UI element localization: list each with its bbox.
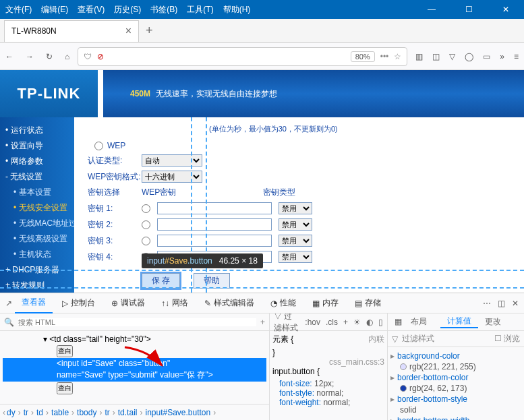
inspect-tooltip: input#Save.button 46.25 × 18 xyxy=(142,253,263,268)
sidebar-item[interactable]: • 无线MAC地址过滤 xyxy=(0,216,74,231)
sidebar-item[interactable]: + 转发规则 xyxy=(0,278,74,293)
devtools-tabbar: ↗ 查看器 ▷ 控制台 ⊕ 调试器 ↑↓ 网络 ✎ 样式编辑器 ◔ 性能 ▦ 内… xyxy=(0,293,524,313)
router-sidebar: • 运行状态• 设置向导• 网络参数- 无线设置• 基本设置• 无线安全设置• … xyxy=(0,117,74,293)
menu-edit[interactable]: 编辑(E) xyxy=(41,4,68,16)
changes-tab[interactable]: 更改 xyxy=(478,316,508,328)
tplink-logo: TP-LINK xyxy=(0,70,98,117)
computed-styles[interactable]: ▸background-colorrgb(221, 221, 255)▸bord… xyxy=(388,347,524,420)
sidebar-item[interactable]: • 运行状态 xyxy=(0,123,74,138)
sidebar-item[interactable]: - 无线设置 xyxy=(0,169,74,185)
browser-toolbar: ← → ↻ ⌂ 🛡 ⊘ 80% ••• ☆ ▥ ◫ ▽ ◯ ▭ » ≡ xyxy=(0,43,524,70)
menu-tools[interactable]: 工具(T) xyxy=(187,4,213,16)
key-radio[interactable] xyxy=(142,237,150,245)
menu-history[interactable]: 历史(S) xyxy=(114,4,141,16)
auth-select[interactable]: 自动 xyxy=(142,154,202,167)
key-type-select[interactable]: 禁用 xyxy=(279,202,312,214)
app-menu-icon[interactable]: ≡ xyxy=(514,52,519,61)
layout-tab[interactable]: ▦ 布局 xyxy=(388,316,440,328)
hint-text: (单位为秒，最小值为30，不更新则为0) xyxy=(209,124,511,134)
devtools: ↗ 查看器 ▷ 控制台 ⊕ 调试器 ↑↓ 网络 ✎ 样式编辑器 ◔ 性能 ▦ 内… xyxy=(0,293,524,420)
window-maximize-icon[interactable]: ☐ xyxy=(465,5,473,14)
tracking-off-icon: ⊘ xyxy=(97,52,104,61)
breadcrumb[interactable]: ‹dy›tr›td›table›tbody›tr›td.tail›input#S… xyxy=(0,404,269,420)
key-type-select[interactable]: 禁用 xyxy=(279,235,312,247)
sidebar-item[interactable]: • 设置向导 xyxy=(0,138,74,154)
browser-tab[interactable]: TL-WR880N × xyxy=(4,20,139,42)
dt-settings-icon[interactable]: ⋯ xyxy=(483,299,491,308)
add-icon[interactable]: + xyxy=(260,318,265,327)
addon-icon[interactable]: ▭ xyxy=(483,52,490,61)
key-input[interactable] xyxy=(157,235,272,247)
inspect-btn[interactable]: 查白 xyxy=(57,345,73,357)
sidebar-item[interactable]: • 无线安全设置 xyxy=(0,200,74,216)
banner-slogan: 450M无线速率，实现无线自由连接梦想 xyxy=(103,70,524,117)
key-radio[interactable] xyxy=(142,220,150,229)
dt-tab-storage[interactable]: ▤ 存储 xyxy=(348,293,388,313)
dark-icon[interactable]: ◐ xyxy=(366,318,373,327)
sidebar-item[interactable]: • 无线高级设置 xyxy=(0,231,74,247)
sidebar-item[interactable]: • 基本设置 xyxy=(0,185,74,200)
library-icon[interactable]: ▥ xyxy=(415,52,423,61)
key-type-select[interactable]: 禁用 xyxy=(279,251,312,263)
dt-tab-debugger[interactable]: ⊕ 调试器 xyxy=(105,293,152,313)
new-tab-icon[interactable]: + xyxy=(146,24,153,38)
overflow-icon[interactable]: » xyxy=(500,52,504,61)
reload-icon[interactable]: ↻ xyxy=(46,52,53,61)
dt-dock-icon[interactable]: ◫ xyxy=(498,299,505,308)
menu-file[interactable]: 文件(F) xyxy=(5,4,32,16)
search-icon: 🔍 xyxy=(4,318,14,327)
computed-tab[interactable]: 计算值 xyxy=(440,316,478,328)
more-icon[interactable]: ••• xyxy=(380,52,389,61)
dt-close-icon[interactable]: ✕ xyxy=(512,299,519,308)
bookmark-star-icon[interactable]: ☆ xyxy=(394,52,401,61)
filter-icon: ▽ xyxy=(392,334,398,344)
key-type-select[interactable]: 禁用 xyxy=(279,218,312,231)
key-input[interactable] xyxy=(157,202,272,214)
format-select[interactable]: 十六进制 xyxy=(142,171,202,183)
dt-tab-perf[interactable]: ◔ 性能 xyxy=(264,293,303,313)
html-tree[interactable]: ▾ <td class="tail" height="30"> 查白 <inpu… xyxy=(0,331,269,404)
style-rules[interactable]: 元素 {内联 } css_main.css:3 input.button { f… xyxy=(270,331,387,420)
save-button[interactable]: 保 存 xyxy=(142,273,180,289)
window-close-icon[interactable]: ✕ xyxy=(502,5,509,14)
dt-tab-network[interactable]: ↑↓ 网络 xyxy=(154,293,195,313)
print-icon[interactable]: ▯ xyxy=(378,318,383,327)
menu-view[interactable]: 查看(V) xyxy=(78,4,105,16)
tab-title: TL-WR880N xyxy=(11,26,57,36)
back-icon[interactable]: ← xyxy=(5,52,13,61)
browser-tabbar: TL-WR880N × + xyxy=(0,19,524,43)
pocket-icon[interactable]: ▽ xyxy=(449,52,455,61)
wep-radio[interactable] xyxy=(94,142,103,150)
account-icon[interactable]: ◯ xyxy=(465,52,473,61)
url-bar[interactable]: 🛡 ⊘ 80% ••• ☆ xyxy=(78,47,407,66)
sidebar-item[interactable]: • 网络参数 xyxy=(0,154,74,169)
key-input[interactable] xyxy=(157,218,272,231)
dt-tab-style[interactable]: ✎ 样式编辑器 xyxy=(198,293,261,313)
dt-tab-inspector[interactable]: 查看器 xyxy=(15,293,53,313)
menu-help[interactable]: 帮助(H) xyxy=(223,4,251,16)
window-minimize-icon[interactable]: — xyxy=(428,5,436,14)
sidebar-item[interactable]: • 主机状态 xyxy=(0,247,74,262)
firefox-menubar: 文件(F) 编辑(E) 查看(V) 历史(S) 书签(B) 工具(T) 帮助(H… xyxy=(0,0,524,19)
home-icon[interactable]: ⌂ xyxy=(65,52,69,61)
key-radio[interactable] xyxy=(142,204,150,213)
sidebar-icon[interactable]: ◫ xyxy=(432,52,440,61)
dt-tab-console[interactable]: ▷ 控制台 xyxy=(55,293,102,313)
menu-bookmarks[interactable]: 书签(B) xyxy=(150,4,177,16)
zoom-indicator[interactable]: 80% xyxy=(351,51,375,62)
help-button[interactable]: 帮助 xyxy=(194,273,230,289)
inspector-picker-icon[interactable]: ↗ xyxy=(5,299,12,308)
inspect-btn[interactable]: 查白 xyxy=(57,382,73,394)
light-icon[interactable]: ☀ xyxy=(353,318,361,327)
html-search-input[interactable] xyxy=(18,318,256,326)
shield-icon[interactable]: 🛡 xyxy=(84,52,92,61)
forward-icon[interactable]: → xyxy=(26,52,34,61)
tab-close-icon[interactable]: × xyxy=(125,25,132,37)
dt-tab-memory[interactable]: ▦ 内存 xyxy=(305,293,345,313)
